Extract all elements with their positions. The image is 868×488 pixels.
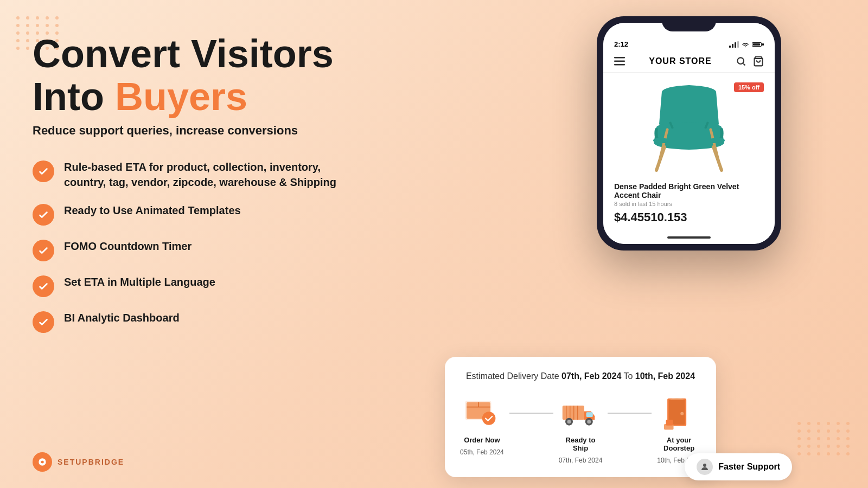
phone-time: 2:12 (614, 40, 628, 48)
door-step-label: At your Doorstep (657, 436, 701, 452)
support-avatar-icon (697, 459, 713, 475)
svg-point-33 (680, 412, 684, 415)
features-list: Rule-based ETA for product, collection, … (33, 159, 401, 333)
feature-item-1: Rule-based ETA for product, collection, … (33, 159, 401, 190)
dots-decoration-bottom-right (797, 422, 852, 455)
delivery-date1: 07th, Feb 2024 (561, 371, 621, 381)
phone-notch (662, 16, 716, 31)
delivery-card: Estimated Delivery Date 07th, Feb 2024 T… (445, 357, 716, 477)
feature-item-3: FOMO Countdown Timer (33, 239, 401, 261)
feature-text-1: Rule-based ETA for product, collection, … (64, 159, 336, 190)
svg-point-30 (587, 420, 591, 423)
main-headline: Convert Visitors Into Buyers (33, 33, 401, 118)
svg-point-14 (653, 138, 668, 143)
doorstep-icon (660, 394, 698, 432)
faster-support-label: Faster Support (718, 462, 780, 472)
delivery-steps: Order Now 05th, Feb 2024 (460, 394, 701, 464)
check-icon-2 (33, 204, 54, 226)
phone-home-bar (667, 236, 711, 239)
svg-point-12 (737, 57, 744, 64)
svg-point-15 (710, 138, 725, 143)
svg-rect-2 (732, 44, 733, 48)
svg-rect-7 (753, 43, 760, 46)
svg-rect-4 (737, 41, 739, 48)
store-name: YOUR STORE (649, 56, 712, 66)
check-icon-1 (33, 160, 54, 182)
order-step-label: Order Now (464, 436, 500, 444)
svg-rect-9 (614, 57, 625, 59)
product-sold: 8 sold in last 15 hours (614, 201, 764, 207)
delivery-title-mid: To (621, 371, 635, 381)
product-section: 15% off (603, 78, 775, 233)
left-panel: Convert Visitors Into Buyers Reduce supp… (33, 33, 401, 333)
delivery-step-order: Order Now 05th, Feb 2024 (460, 394, 504, 456)
delivery-title: Estimated Delivery Date 07th, Feb 2024 T… (460, 370, 701, 383)
delivery-step-ship: Ready to Ship 07th, Feb 2024 (559, 394, 603, 464)
product-name: Dense Padded Bright Green Velvet Accent … (614, 182, 764, 200)
svg-rect-26 (586, 412, 592, 417)
ship-step-date: 07th, Feb 2024 (559, 457, 603, 464)
phone-screen: 2:12 (603, 23, 775, 244)
svg-rect-3 (735, 42, 736, 48)
feature-text-2: Ready to Use Animated Templates (64, 203, 241, 218)
brand-icon (33, 452, 52, 472)
feature-item-2: Ready to Use Animated Templates (33, 203, 401, 226)
feature-text-4: Set ETA in Multiple Language (64, 274, 215, 290)
step-line-1 (509, 413, 553, 414)
product-price: $4.45510.153 (614, 210, 764, 224)
delivery-date2: 10th, Feb 2024 (635, 371, 695, 381)
svg-point-20 (482, 412, 496, 425)
delivery-title-prefix: Estimated Delivery Date (466, 371, 561, 381)
store-header: YOUR STORE (603, 50, 775, 73)
status-icons (729, 41, 764, 48)
check-icon-3 (33, 240, 54, 261)
svg-rect-1 (729, 46, 731, 48)
brand-name: SETUPBRIDGE (58, 458, 124, 466)
check-icon-5 (33, 311, 54, 333)
headline-line2-prefix: Into (33, 75, 115, 118)
svg-rect-10 (614, 61, 625, 62)
feature-text-5: BI Analytic Dashboard (64, 310, 180, 325)
order-step-date: 05th, Feb 2024 (460, 448, 504, 456)
subtitle-text: Reduce support queries, increase convers… (33, 124, 401, 138)
svg-rect-11 (614, 64, 625, 66)
svg-rect-8 (762, 43, 764, 46)
step-line-2 (608, 413, 652, 414)
svg-rect-35 (666, 420, 673, 426)
svg-point-28 (567, 420, 571, 423)
svg-point-36 (703, 464, 706, 467)
product-image (635, 78, 743, 176)
phone-frame: 2:12 (597, 16, 781, 251)
brand-logo: SETUPBRIDGE (33, 452, 124, 472)
check-icon-4 (33, 275, 54, 297)
ship-step-label: Ready to Ship (559, 436, 603, 452)
feature-item-5: BI Analytic Dashboard (33, 310, 401, 333)
faster-support-button[interactable]: Faster Support (685, 453, 792, 480)
order-now-icon (463, 394, 501, 432)
phone-mockup: 2:12 (586, 16, 792, 251)
store-header-icons (736, 56, 764, 67)
headline-buyers: Buyers (115, 75, 247, 118)
svg-rect-21 (563, 406, 584, 420)
feature-item-4: Set ETA in Multiple Language (33, 274, 401, 297)
discount-badge: 15% off (734, 82, 764, 92)
ready-to-ship-icon (561, 394, 599, 432)
headline-line1: Convert Visitors (33, 32, 334, 75)
feature-text-3: FOMO Countdown Timer (64, 239, 192, 254)
